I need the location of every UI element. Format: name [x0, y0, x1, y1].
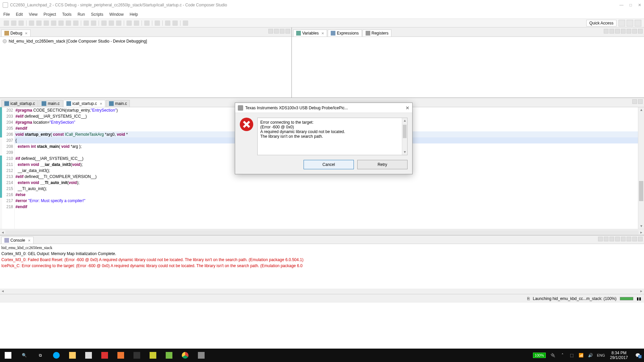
toolbar-build-icon[interactable]: [18, 20, 24, 26]
editor-tab[interactable]: icall_startup.c: [1, 100, 38, 107]
toolbar-stop-icon[interactable]: [51, 20, 56, 26]
scroll-left-icon[interactable]: ◂: [0, 289, 5, 294]
minimize-icon[interactable]: [632, 99, 637, 104]
menu-view[interactable]: View: [29, 12, 38, 17]
edge-icon[interactable]: [48, 349, 64, 362]
menu-file[interactable]: File: [3, 12, 10, 17]
scroll-right-icon[interactable]: ▸: [639, 230, 644, 235]
scroll-right-icon[interactable]: ▸: [639, 289, 644, 294]
error-message-box[interactable]: Error connecting to the target: (Error -…: [257, 118, 408, 155]
close-icon[interactable]: ✕: [321, 32, 324, 35]
toolbar-step-out-icon[interactable]: [73, 20, 78, 26]
quick-access-input[interactable]: Quick Access: [586, 20, 616, 26]
view-toolbar-icon[interactable]: [615, 29, 620, 34]
toolbar-search-icon[interactable]: [155, 20, 160, 26]
network-icon[interactable]: ⬚: [569, 352, 575, 358]
view-menu-icon[interactable]: [268, 29, 273, 34]
status-stop-icon[interactable]: ▮▮: [637, 296, 641, 301]
toolbar-save-icon[interactable]: [11, 20, 16, 26]
perspective-ccs-icon[interactable]: [619, 20, 625, 26]
dialog-title-bar[interactable]: Texas Instruments XDS100v3 USB Debug Pro…: [235, 103, 412, 113]
toolbar-debug-icon[interactable]: [29, 20, 34, 26]
battery-indicator[interactable]: 100%: [533, 353, 546, 358]
calculator-icon[interactable]: [129, 349, 145, 362]
tree-collapse-icon[interactable]: [274, 29, 279, 34]
tab-registers[interactable]: Registers: [363, 29, 392, 37]
menu-window[interactable]: Window: [109, 12, 124, 17]
editor-tab[interactable]: main.c: [106, 100, 130, 107]
editor-hscroll[interactable]: ◂ ▸: [0, 229, 644, 235]
scroll-up-icon[interactable]: ▴: [638, 107, 644, 113]
maximize-icon[interactable]: [638, 99, 643, 104]
window-maximize-button[interactable]: □: [630, 3, 632, 7]
maximize-icon[interactable]: [638, 29, 643, 34]
dialog-close-button[interactable]: ✕: [406, 105, 410, 111]
toolbar-new-icon[interactable]: [4, 20, 9, 26]
scroll-track[interactable]: [5, 230, 639, 234]
notification-center-icon[interactable]: 💬2: [631, 349, 644, 362]
volume-icon[interactable]: 🔊: [588, 352, 594, 358]
toolbar-fwd-icon[interactable]: [172, 20, 178, 26]
power-icon[interactable]: 🔌: [550, 352, 556, 358]
toolbar-step-over-icon[interactable]: [66, 20, 71, 26]
view-toolbar-icon[interactable]: [604, 29, 608, 34]
editor-tab[interactable]: icall_startup.c✕: [63, 100, 105, 107]
console-toolbar-icon[interactable]: [627, 237, 631, 241]
toolbar-graph-icon[interactable]: [116, 20, 121, 26]
tab-expressions[interactable]: Expressions: [328, 29, 362, 37]
toolbar-target-icon[interactable]: [134, 20, 139, 26]
console-hscroll[interactable]: ◂ ▸: [0, 289, 644, 294]
editor-vscroll[interactable]: ▴ ▾: [638, 107, 644, 229]
start-button[interactable]: [0, 349, 16, 362]
toolbar-restart-icon[interactable]: [84, 20, 89, 26]
toolbar-pause-icon[interactable]: [44, 20, 49, 26]
close-icon[interactable]: ✕: [28, 239, 31, 242]
chrome-icon[interactable]: [177, 349, 193, 362]
maximize-icon[interactable]: [285, 29, 290, 34]
app-icon-yellow[interactable]: [145, 349, 161, 362]
scroll-thumb[interactable]: [403, 125, 407, 138]
toolbar-globe-icon[interactable]: [126, 20, 132, 26]
menu-project[interactable]: Project: [44, 12, 56, 17]
clock[interactable]: 8:34 PM 29/1/2017: [607, 351, 631, 360]
taskview-icon[interactable]: ⧉: [32, 349, 48, 362]
toolbar-resume-icon[interactable]: [36, 20, 42, 26]
toolbar-step-into-icon[interactable]: [58, 20, 64, 26]
console-toolbar-icon[interactable]: [609, 237, 614, 241]
language-indicator[interactable]: ENG: [597, 352, 605, 358]
search-icon[interactable]: 🔍: [16, 349, 32, 362]
view-toolbar-icon[interactable]: [609, 29, 614, 34]
toolbar-gear-icon[interactable]: [144, 20, 150, 26]
perspective-edit-icon[interactable]: [635, 20, 641, 26]
tab-console[interactable]: Console ✕: [1, 237, 34, 244]
editor-tab[interactable]: main.c: [39, 100, 62, 107]
app-icon-green[interactable]: [161, 349, 177, 362]
retry-button[interactable]: Retry: [357, 160, 408, 169]
minimize-icon[interactable]: [280, 29, 284, 34]
scroll-down-icon[interactable]: ▾: [638, 224, 644, 229]
scroll-down-icon[interactable]: ▾: [402, 149, 407, 155]
perspective-debug-icon[interactable]: [627, 20, 633, 26]
cancel-button[interactable]: Cancel: [304, 160, 354, 169]
msg-vscroll[interactable]: ▴ ▾: [402, 118, 407, 155]
debug-session-item[interactable]: hid_emu_kbd_cc2650em_stack [Code Compose…: [3, 38, 289, 44]
close-icon[interactable]: ✕: [100, 102, 102, 106]
console-toolbar-icon[interactable]: [621, 237, 626, 241]
explorer-icon[interactable]: [64, 349, 80, 362]
menu-edit[interactable]: Edit: [16, 12, 23, 17]
close-icon[interactable]: ✕: [25, 32, 28, 35]
toolbar-asm-icon[interactable]: [101, 20, 107, 26]
console-toolbar-icon[interactable]: [598, 237, 603, 241]
view-menu-icon[interactable]: [627, 29, 631, 34]
minimize-icon[interactable]: [632, 237, 637, 241]
window-minimize-button[interactable]: —: [620, 3, 624, 7]
menu-run[interactable]: Run: [77, 12, 85, 17]
console-output[interactable]: hid_emu_kbd_cc2650em_stackCortex_M3_0: G…: [0, 244, 644, 289]
minimize-icon[interactable]: [632, 29, 637, 34]
menu-tools[interactable]: Tools: [62, 12, 71, 17]
chevron-up-icon[interactable]: ˄: [559, 352, 566, 358]
scroll-thumb[interactable]: [639, 181, 643, 201]
store-icon[interactable]: [80, 349, 97, 362]
window-close-button[interactable]: ✕: [638, 3, 641, 7]
console-toolbar-icon[interactable]: [604, 237, 608, 241]
